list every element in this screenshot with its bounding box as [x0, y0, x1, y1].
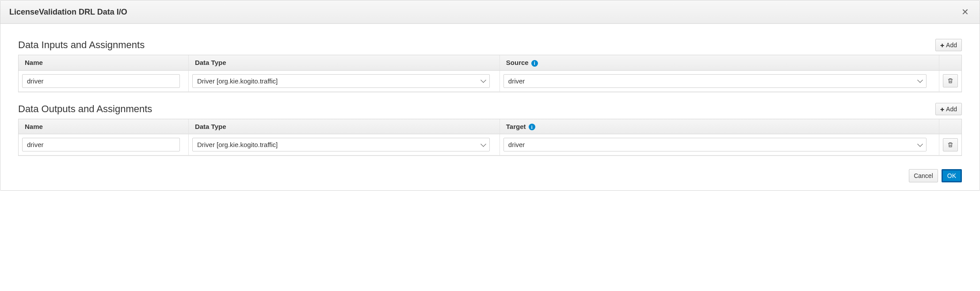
inputs-col-actions — [939, 55, 961, 71]
ok-button[interactable]: OK — [942, 169, 962, 182]
outputs-section: Data Outputs and Assignments Add Name Da… — [18, 103, 962, 156]
data-io-dialog: LicenseValidation DRL Data I/O ✕ Data In… — [0, 0, 980, 191]
outputs-col-type: Data Type — [188, 119, 500, 135]
outputs-col-target-label: Target — [506, 123, 526, 130]
inputs-col-source: Source i — [500, 55, 939, 71]
outputs-col-name: Name — [19, 119, 188, 135]
close-icon[interactable]: ✕ — [960, 6, 971, 18]
delete-input-button[interactable] — [943, 74, 958, 87]
add-input-label: Add — [946, 42, 957, 49]
inputs-section-title: Data Inputs and Assignments — [18, 39, 145, 51]
inputs-section-head: Data Inputs and Assignments Add — [18, 39, 962, 51]
input-source-select[interactable]: driver — [503, 74, 927, 88]
cancel-button[interactable]: Cancel — [909, 169, 938, 182]
output-target-select[interactable]: driver — [503, 138, 927, 151]
trash-icon — [947, 142, 953, 148]
outputs-table: Name Data Type Target i — [18, 119, 962, 156]
cancel-label: Cancel — [914, 172, 933, 179]
input-name-field[interactable] — [22, 74, 180, 88]
inputs-col-name: Name — [19, 55, 188, 71]
inputs-col-type: Data Type — [188, 55, 500, 71]
add-input-button[interactable]: Add — [935, 39, 962, 51]
outputs-col-target: Target i — [500, 119, 939, 135]
inputs-section: Data Inputs and Assignments Add Name Dat… — [18, 39, 962, 92]
outputs-table-row: Driver [org.kie.kogito.traffic] driver — [19, 134, 961, 155]
outputs-col-actions — [939, 119, 961, 135]
dialog-footer: Cancel OK — [0, 165, 980, 190]
outputs-section-head: Data Outputs and Assignments Add — [18, 103, 962, 115]
inputs-col-source-label: Source — [506, 59, 529, 66]
output-name-field[interactable] — [22, 138, 180, 151]
ok-label: OK — [947, 172, 956, 179]
dialog-header: LicenseValidation DRL Data I/O ✕ — [0, 0, 980, 24]
output-type-select[interactable]: Driver [org.kie.kogito.traffic] — [192, 138, 490, 151]
outputs-section-title: Data Outputs and Assignments — [18, 103, 152, 115]
plus-icon — [940, 106, 944, 113]
delete-output-button[interactable] — [943, 138, 958, 151]
info-icon[interactable]: i — [531, 60, 538, 67]
inputs-table-row: Driver [org.kie.kogito.traffic] driver — [19, 71, 961, 92]
trash-icon — [947, 78, 953, 84]
info-icon[interactable]: i — [529, 124, 535, 130]
add-output-label: Add — [946, 106, 957, 113]
dialog-title: LicenseValidation DRL Data I/O — [9, 8, 127, 17]
add-output-button[interactable]: Add — [935, 103, 962, 115]
plus-icon — [940, 42, 944, 49]
inputs-table: Name Data Type Source i — [18, 55, 962, 92]
dialog-body: Data Inputs and Assignments Add Name Dat… — [0, 24, 980, 165]
input-type-select[interactable]: Driver [org.kie.kogito.traffic] — [192, 74, 490, 88]
